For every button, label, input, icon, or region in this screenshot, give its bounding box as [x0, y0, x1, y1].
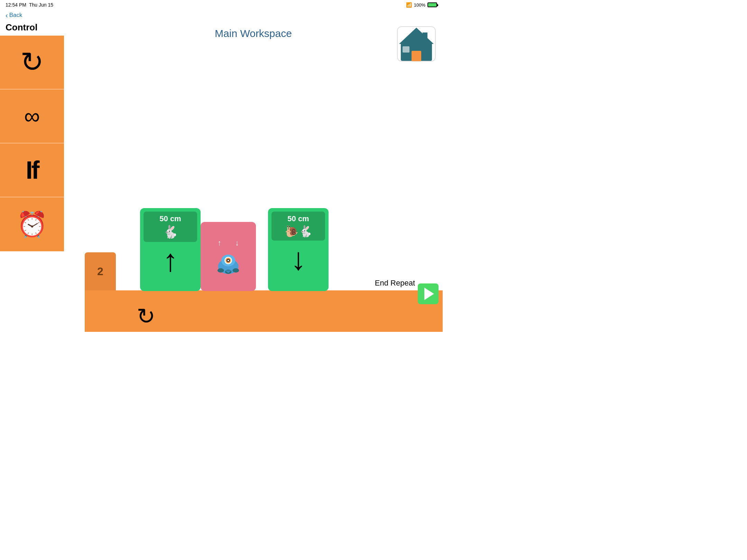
slow-speed-icon: 🐌🐇: [285, 225, 312, 238]
distance-value-forward: 50 cm: [159, 214, 181, 223]
back-label: Back: [9, 12, 22, 19]
status-bar: 12:54 PM Thu Jun 15 📶 100%: [0, 0, 443, 10]
battery-percent: 100%: [414, 2, 425, 8]
fast-speed-icon: 🐇: [163, 225, 178, 239]
repeat-count-badge: 2: [85, 252, 116, 290]
sidebar-item-repeat[interactable]: ↻: [0, 36, 64, 90]
infinity-icon: ∞: [24, 105, 40, 127]
arrow-up-icon: ↑: [163, 245, 178, 276]
block-move-forward[interactable]: 50 cm 🐇 ↑: [140, 208, 201, 291]
sidebar: Control ↻ ∞ If ⏰: [0, 22, 64, 332]
arrow-down-icon: ↓: [290, 243, 306, 274]
timer-icon: ⏰: [17, 212, 48, 237]
workspace: Main Workspace 2: [64, 22, 443, 332]
sidebar-item-forever[interactable]: ∞: [0, 90, 64, 143]
repeat-count-value: 2: [97, 265, 103, 278]
sidebar-item-timer[interactable]: ⏰: [0, 197, 64, 251]
chevron-left-icon: ‹: [6, 12, 8, 19]
repeat-icon: ↻: [20, 48, 44, 76]
wifi-icon: 📶: [406, 2, 412, 8]
svg-point-14: [232, 268, 239, 272]
block-move-backward[interactable]: 50 cm 🐌🐇 ↓: [268, 208, 329, 291]
play-triangle-icon: [424, 288, 434, 300]
block-robot[interactable]: ↑ ↓: [201, 222, 256, 291]
main-layout: Control ↻ ∞ If ⏰ Main Workspace: [0, 22, 443, 332]
sidebar-title: Control: [0, 22, 64, 36]
dash-robot-svg: [214, 250, 242, 274]
arrow-up-white: ↑: [218, 239, 221, 248]
back-button[interactable]: ‹ Back: [6, 12, 22, 19]
svg-point-11: [228, 260, 229, 261]
if-icon: If: [26, 158, 38, 183]
svg-rect-5: [423, 32, 427, 40]
arrow-down-white: ↓: [235, 239, 239, 248]
sidebar-item-if[interactable]: If: [0, 143, 64, 197]
end-repeat-label: End Repeat: [375, 279, 415, 288]
workspace-title: Main Workspace: [64, 22, 443, 45]
canvas: 2 ↺ 50 cm 🐇 ↑ ↑ ↓: [64, 50, 443, 332]
distance-value-backward: 50 cm: [287, 214, 309, 223]
distance-badge-forward: 50 cm 🐇: [144, 212, 197, 242]
status-right: 📶 100%: [406, 2, 437, 8]
date-display: Thu Jun 15: [29, 2, 53, 8]
repeat-refresh-icon: ↺: [137, 304, 155, 329]
svg-point-12: [218, 268, 224, 272]
play-button[interactable]: [418, 283, 439, 304]
robot-direction-arrows: ↑ ↓: [218, 239, 239, 248]
battery-icon: [427, 2, 437, 7]
distance-badge-backward: 50 cm 🐌🐇: [271, 212, 325, 241]
nav-bar: ‹ Back: [0, 10, 443, 22]
time-display: 12:54 PM: [6, 2, 26, 8]
status-left: 12:54 PM Thu Jun 15: [6, 2, 53, 8]
repeat-container: ↺: [85, 290, 443, 332]
